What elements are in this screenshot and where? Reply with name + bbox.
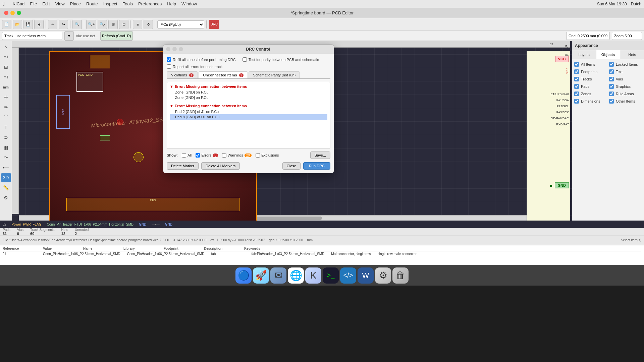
dock-terminal[interactable]: >_ xyxy=(323,267,339,284)
dock-word[interactable]: W xyxy=(358,267,374,284)
zoom-in-button[interactable]: 🔍+ xyxy=(86,20,96,29)
dock-kicad[interactable]: K xyxy=(305,267,321,284)
canvas-area[interactable]: C1 Microcontroller_ATtiny412_SSOP VCC GN… xyxy=(12,41,644,221)
zoom-select-button[interactable]: ⊡ xyxy=(119,20,128,29)
show-all-checkbox[interactable] xyxy=(182,153,186,158)
tab-violations[interactable]: Violations 1 xyxy=(167,71,198,78)
grid-input[interactable] xyxy=(566,32,610,40)
checkbox-allitems[interactable] xyxy=(574,62,579,67)
tab-layers[interactable]: Layers xyxy=(572,50,596,59)
dock-finder[interactable]: 🔵 xyxy=(235,267,252,284)
minimize-button[interactable] xyxy=(10,11,15,15)
parity-checkbox[interactable] xyxy=(243,57,247,62)
run-drc-button[interactable]: Run DRC xyxy=(303,162,330,170)
netlist-button[interactable]: ≡ xyxy=(133,20,142,29)
show-exclusions-checkbox[interactable] xyxy=(256,153,260,158)
tab-nets[interactable]: Nets xyxy=(620,50,644,59)
menu-preferences[interactable]: Preferences xyxy=(138,1,162,6)
zoom-fit-button[interactable]: ⊞ xyxy=(108,20,118,29)
refresh-button[interactable]: Refresh (Cmd+R) xyxy=(100,31,133,41)
checkbox-text[interactable] xyxy=(609,69,614,74)
delete-marker-button[interactable]: Delete Marker xyxy=(167,162,199,170)
drc-close-btn[interactable] xyxy=(166,47,170,51)
drc-item-2-2[interactable]: Pad 8 [GND] of U1 on F.Cu xyxy=(170,114,327,120)
tool-zone[interactable]: ▦ xyxy=(1,143,11,152)
maximize-button[interactable] xyxy=(17,11,21,15)
tool-mil2[interactable]: mil xyxy=(1,72,11,82)
checkbox-vias[interactable] xyxy=(609,77,614,81)
dock-settings[interactable]: ⚙ xyxy=(375,267,391,284)
open-file-button[interactable]: 📂 xyxy=(13,20,22,29)
ratsnest-button[interactable]: ⊹ xyxy=(144,20,153,29)
menu-tools[interactable]: Tools xyxy=(123,1,133,6)
search-button[interactable]: 🔍 xyxy=(72,20,82,29)
save-button[interactable]: 💾 xyxy=(23,20,33,29)
tool-draw[interactable]: ✏ xyxy=(1,103,11,112)
tool-move[interactable]: ✛ xyxy=(1,93,11,102)
drc-item-2-1[interactable]: Pad 2 [GND] of J1 on F.Cu xyxy=(170,109,327,114)
tool-settings[interactable]: ⚙ xyxy=(1,193,11,202)
checkbox-tracks[interactable] xyxy=(574,77,579,81)
checkbox-zones[interactable] xyxy=(574,92,579,96)
menu-file[interactable]: File xyxy=(30,1,37,6)
dock-trash[interactable]: 🗑 xyxy=(392,267,409,284)
dock-vscode[interactable]: </> xyxy=(340,267,356,284)
track-width-input[interactable] xyxy=(2,32,62,40)
tab-schematic[interactable]: Schematic Parity (not run) xyxy=(249,71,300,78)
close-button[interactable]: Close xyxy=(282,162,301,170)
checkbox-dimensions[interactable] xyxy=(574,99,579,104)
dock-chrome[interactable]: 🌐 xyxy=(288,267,304,284)
tab-unconnected[interactable]: Unconnected Items 2 xyxy=(199,71,248,78)
report-checkbox[interactable] xyxy=(167,64,171,69)
tool-highlight[interactable]: mil xyxy=(1,52,11,62)
tool-select[interactable]: ↖ xyxy=(1,42,11,52)
tool-measure[interactable]: 📏 xyxy=(1,183,11,192)
redo-button[interactable]: ↪ xyxy=(59,20,68,29)
refill-checkbox[interactable] xyxy=(167,57,171,62)
menu-place[interactable]: Place xyxy=(70,1,81,6)
layer-selector[interactable]: F.Cu (PgUp) xyxy=(157,20,204,28)
dock-launchpad[interactable]: 🚀 xyxy=(253,267,269,284)
zoom-out-button[interactable]: 🔍- xyxy=(98,20,107,29)
dock-mail[interactable]: ✉ xyxy=(270,267,286,284)
tab-objects[interactable]: Objects xyxy=(596,50,621,59)
apple-logo[interactable]:  xyxy=(3,1,5,7)
tool-3d[interactable]: 3D xyxy=(1,173,11,182)
tool-text[interactable]: T xyxy=(1,123,11,132)
tool-grid[interactable]: ⊞ xyxy=(1,62,11,72)
checkbox-lockeditems[interactable] xyxy=(609,62,614,67)
new-file-button[interactable]: 📄 xyxy=(2,20,11,29)
menu-window[interactable]: Window xyxy=(181,1,197,6)
menu-inspect[interactable]: Inspect xyxy=(103,1,117,6)
drc-max-btn[interactable] xyxy=(179,47,183,51)
drc-error-header-2[interactable]: ▼ Error: Missing connection between item… xyxy=(170,103,327,109)
drc-item-1-2[interactable]: Zone [GND] on F.Cu xyxy=(170,95,327,100)
undo-button[interactable]: ↩ xyxy=(48,20,57,29)
menu-kicad[interactable]: KiCad xyxy=(13,1,24,6)
tool-diff[interactable]: ⟵ xyxy=(1,163,11,172)
zoom-input[interactable] xyxy=(612,32,642,40)
drc-min-btn[interactable] xyxy=(172,47,177,51)
menu-view[interactable]: View xyxy=(55,1,65,6)
drc-button[interactable]: DRC xyxy=(209,20,219,29)
print-button[interactable]: 🖨 xyxy=(34,20,44,29)
delete-all-markers-button[interactable]: Delete All Markers xyxy=(201,162,240,170)
track-width-btn[interactable]: ▼ xyxy=(64,31,74,41)
show-warnings-checkbox[interactable] xyxy=(222,153,226,158)
drc-item-1-1[interactable]: Zone [GND] on F.Cu xyxy=(170,89,327,95)
checkbox-pads[interactable] xyxy=(574,84,579,89)
tool-mm[interactable]: mm xyxy=(1,82,11,92)
tool-net[interactable]: ⊃ xyxy=(1,133,11,142)
drc-error-header-1[interactable]: ▼ Error: Missing connection between item… xyxy=(170,83,327,89)
checkbox-graphics[interactable] xyxy=(609,84,614,89)
checkbox-otheritems[interactable] xyxy=(609,99,614,104)
close-button[interactable] xyxy=(4,11,8,15)
menu-route[interactable]: Route xyxy=(86,1,98,6)
checkbox-ruleareas[interactable] xyxy=(609,92,614,96)
tool-route[interactable]: 〜 xyxy=(1,153,11,162)
save-button[interactable]: Save... xyxy=(310,152,330,159)
menu-help[interactable]: Help xyxy=(167,1,176,6)
show-errors-checkbox[interactable] xyxy=(196,153,200,158)
menu-edit[interactable]: Edit xyxy=(42,1,50,6)
tool-arc[interactable]: ⌒ xyxy=(1,113,11,122)
